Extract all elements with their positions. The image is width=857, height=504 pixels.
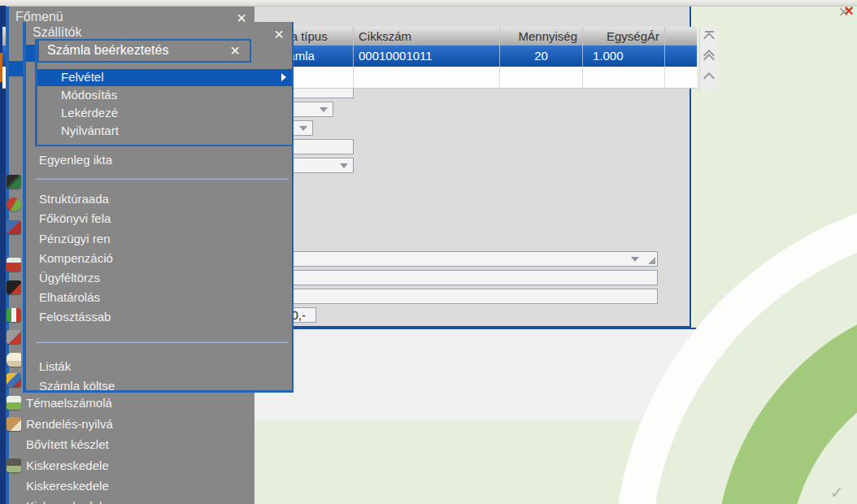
menu-item-kompenzacio[interactable]: Kompenzáció (39, 250, 113, 267)
column-header-mennyiseg[interactable]: Mennyiség (500, 27, 583, 46)
menu-item-nyilvantartas[interactable]: Nyilvántart (61, 123, 119, 139)
cash-register-icon[interactable] (7, 458, 21, 472)
pie-sphere-icon[interactable] (7, 198, 21, 211)
confirm-check-icon[interactable]: ✓ (829, 483, 844, 502)
cell-empty (665, 46, 697, 67)
menu-item-penzugyi-rendezes[interactable]: Pénzügyi ren (39, 231, 111, 247)
dropdown-arrow-icon[interactable] (340, 163, 348, 168)
column-header-cikkszam[interactable]: Cikkszám (354, 27, 500, 46)
column-header-egysegar[interactable]: EgységÁr (583, 27, 665, 46)
menu-item-kiskereskedelem-2[interactable]: Kiskereskedele (26, 478, 109, 494)
cube-icon[interactable] (7, 220, 21, 234)
cell-cikkszam[interactable]: 00010001011 (354, 46, 500, 67)
menu-item-bovitett-keszlet[interactable]: Bővített készlet (26, 437, 109, 453)
menu-item-elhatarolas[interactable]: Elhatárolás (39, 289, 100, 306)
scroll-icon[interactable] (7, 353, 21, 367)
menu-item-szamla-koltsegek[interactable]: Számla költse (39, 378, 115, 394)
menu-divider (36, 178, 289, 180)
window-szamla-beerkeztetes: Számla beérkeztetés × Felvétel Módosítás… (35, 39, 294, 146)
cell-mennyiseg[interactable]: 20 (500, 46, 583, 67)
menu-item-lekerdezes[interactable]: Lekérdezé (61, 105, 118, 121)
menu-item-temaelszamolas[interactable]: Témaelszámolá (26, 395, 112, 411)
menu-item-kiskereskedelem-3[interactable]: Kiskereskedel (26, 498, 102, 504)
flag-icon[interactable] (7, 308, 21, 322)
dropdown-arrow-icon[interactable] (631, 257, 639, 262)
window-title-szamla-beerkeztetes: Számla beérkeztetés (47, 43, 168, 58)
close-icon-red[interactable]: × (844, 2, 854, 20)
menu-divider (36, 341, 289, 343)
black-book-icon[interactable] (7, 280, 21, 294)
column-header-empty (665, 27, 697, 46)
menu-item-felosztassablon[interactable]: Felosztássab (39, 309, 111, 325)
red-drawer-icon[interactable] (7, 258, 21, 272)
scroll-to-top-button[interactable] (702, 28, 716, 45)
menu-item-ugyfeltorzs[interactable]: Ügyféltörzs (39, 270, 100, 286)
close-icon[interactable]: × (230, 44, 240, 57)
menu-item-listak[interactable]: Listák (39, 358, 71, 375)
menu-item-kiskereskedelem-1[interactable]: Kiskereskedele (26, 458, 109, 474)
money-book-icon[interactable] (7, 175, 21, 189)
cell-egysegar[interactable]: 1.000 (583, 46, 665, 67)
app-root: Főmenü × Témaelszámolá Rendelés-nyilvá B… (0, 0, 857, 504)
parcel-icon[interactable] (7, 417, 21, 431)
menu-item-felvetel[interactable]: Felvétel (37, 69, 292, 86)
menu-item-strukturaadatok[interactable]: Struktúraada (39, 191, 109, 207)
submenu-arrow-icon (281, 73, 286, 81)
window-title-szallitok: Szállítók (33, 25, 81, 40)
table-scroll-column (699, 27, 718, 91)
tools-icon[interactable] (7, 330, 21, 344)
menu-item-rendeles-nyilvantartas[interactable]: Rendelés-nyilvá (26, 416, 113, 432)
menu-item-modositas[interactable]: Módosítás (61, 87, 117, 103)
menu-item-egyenleg-iktatas[interactable]: Egyenleg ikta (39, 152, 112, 168)
dropdown-arrow-icon[interactable] (299, 126, 307, 131)
resize-grip-icon[interactable] (648, 257, 655, 264)
submenu-titlebar: Számla beérkeztetés × (37, 39, 251, 63)
scroll-up-button[interactable] (702, 70, 716, 86)
document-green-icon[interactable] (7, 396, 21, 410)
menu-item-fokonyvi-feladas[interactable]: Főkönyvi fela (39, 211, 111, 227)
scroll-page-up-button[interactable] (702, 49, 716, 65)
dropdown-arrow-icon[interactable] (320, 107, 328, 112)
chart-icon[interactable] (7, 373, 21, 387)
